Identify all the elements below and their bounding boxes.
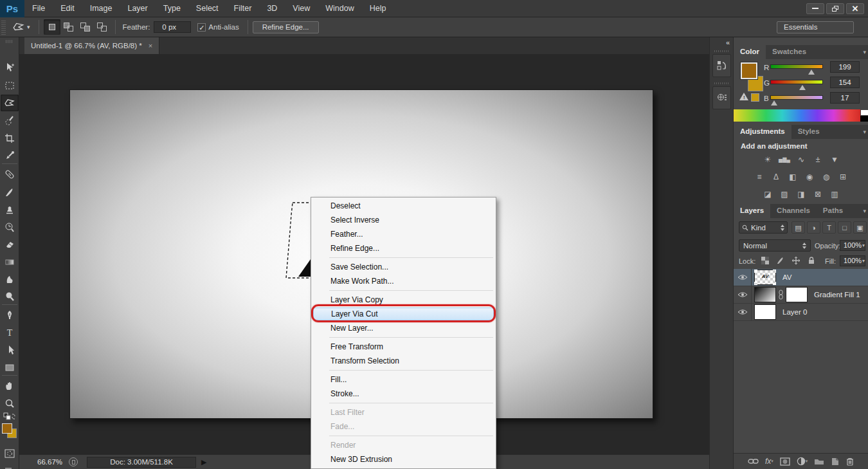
visibility-toggle[interactable] bbox=[734, 269, 752, 286]
red-value-field[interactable]: 199 bbox=[830, 61, 860, 73]
pen-tool[interactable] bbox=[1, 307, 19, 324]
panel-menu-icon[interactable]: ▾ bbox=[863, 204, 868, 218]
hand-tool[interactable] bbox=[1, 378, 19, 394]
tab-paths[interactable]: Paths bbox=[817, 204, 849, 218]
panel-menu-icon[interactable]: ▾ bbox=[863, 125, 868, 139]
new-layer-button[interactable] bbox=[831, 457, 839, 466]
rectangle-tool[interactable] bbox=[1, 359, 19, 376]
add-layer-mask-button[interactable] bbox=[780, 457, 790, 466]
posterize-icon[interactable]: ▨ bbox=[778, 189, 791, 200]
color-balance-icon[interactable]: Δ bbox=[770, 172, 782, 183]
threshold-icon[interactable]: ◨ bbox=[795, 189, 808, 200]
document-tab[interactable]: Untitled-1 @ 66.7% (AV, RGB/8) * × bbox=[24, 37, 159, 54]
layer-name[interactable]: Layer 0 bbox=[782, 308, 807, 316]
smudge-tool[interactable] bbox=[1, 271, 19, 288]
curves-icon[interactable]: ∿ bbox=[795, 154, 808, 165]
crop-tool[interactable] bbox=[1, 130, 19, 147]
menu-3d[interactable]: 3D bbox=[259, 0, 285, 17]
zoom-tool[interactable] bbox=[1, 395, 19, 412]
dodge-tool[interactable] bbox=[1, 288, 19, 305]
polygonal-lasso-tool[interactable] bbox=[1, 95, 19, 111]
menu-image[interactable]: Image bbox=[82, 0, 120, 17]
visibility-toggle[interactable] bbox=[734, 286, 752, 304]
tab-layers[interactable]: Layers bbox=[734, 204, 770, 218]
menu-item-free-transform[interactable]: Free Transform bbox=[311, 340, 496, 354]
menu-item-refine-edge[interactable]: Refine Edge... bbox=[311, 241, 496, 255]
add-to-selection-button[interactable] bbox=[60, 19, 77, 35]
layer-row-av[interactable]: AV AV bbox=[734, 269, 868, 286]
blue-value-field[interactable]: 17 bbox=[830, 92, 860, 104]
blue-slider-thumb[interactable] bbox=[771, 100, 777, 106]
exposure-icon[interactable]: ± bbox=[811, 154, 824, 165]
intersect-selection-button[interactable] bbox=[94, 19, 111, 35]
layer-name[interactable]: Gradient Fill 1 bbox=[814, 291, 860, 299]
new-selection-button[interactable] bbox=[44, 19, 60, 35]
minimize-button[interactable] bbox=[806, 3, 824, 14]
fill-field[interactable]: 100% bbox=[840, 255, 865, 266]
toolbar-grip[interactable] bbox=[6, 40, 14, 43]
quick-mask-button[interactable] bbox=[1, 445, 19, 462]
tab-adjustments[interactable]: Adjustments bbox=[734, 125, 791, 139]
invert-icon[interactable]: ◪ bbox=[761, 189, 774, 200]
selective-color-icon[interactable]: ▥ bbox=[828, 189, 841, 200]
hue-saturation-icon[interactable]: ≡ bbox=[753, 172, 766, 183]
layer-mask-thumbnail[interactable] bbox=[786, 287, 808, 302]
foreground-color-swatch[interactable] bbox=[741, 62, 757, 79]
lock-transparency-icon[interactable] bbox=[761, 256, 770, 265]
layer-thumbnail[interactable] bbox=[754, 304, 776, 320]
menu-item-layer-via-copy[interactable]: Layer Via Copy bbox=[311, 293, 496, 307]
foreground-color-swatch[interactable] bbox=[2, 423, 12, 434]
channel-mixer-icon[interactable]: ◍ bbox=[820, 172, 833, 183]
red-slider-track[interactable] bbox=[770, 64, 823, 69]
document-size-info[interactable]: Doc: 3.00M/511.8K bbox=[87, 457, 196, 468]
tab-swatches[interactable]: Swatches bbox=[766, 45, 813, 59]
tab-styles[interactable]: Styles bbox=[791, 125, 826, 139]
blue-slider-track[interactable] bbox=[770, 95, 823, 100]
red-slider-thumb[interactable] bbox=[808, 69, 815, 75]
layer-row-gradient-fill[interactable]: Gradient Fill 1 bbox=[734, 286, 868, 304]
screen-mode-button[interactable] bbox=[1, 463, 19, 469]
subtract-from-selection-button[interactable] bbox=[77, 19, 94, 35]
swap-colors-button[interactable] bbox=[1, 412, 19, 422]
menu-edit[interactable]: Edit bbox=[53, 0, 82, 17]
gradient-map-icon[interactable]: ⊠ bbox=[811, 189, 824, 200]
green-slider-thumb[interactable] bbox=[799, 85, 806, 90]
foreground-background-swatches[interactable] bbox=[2, 423, 19, 440]
layer-thumbnail[interactable]: AV bbox=[754, 270, 776, 285]
history-brush-tool[interactable] bbox=[1, 219, 19, 235]
filter-adjustment-layers-button[interactable]: ◑ bbox=[807, 221, 820, 234]
tab-close-icon[interactable]: × bbox=[149, 42, 152, 50]
filter-type-layers-button[interactable]: T bbox=[822, 221, 836, 234]
link-layers-button[interactable] bbox=[748, 458, 759, 464]
tab-color[interactable]: Color bbox=[734, 45, 766, 59]
menu-item-transform-selection[interactable]: Transform Selection bbox=[311, 354, 496, 368]
filter-pixel-layers-button[interactable]: ▤ bbox=[791, 221, 805, 234]
menu-help[interactable]: Help bbox=[362, 0, 394, 17]
layer-name[interactable]: AV bbox=[782, 273, 792, 281]
menu-item-new-3d-extrusion[interactable]: New 3D Extrusion bbox=[311, 452, 496, 466]
menu-type[interactable]: Type bbox=[156, 0, 188, 17]
black-white-icon[interactable]: ◧ bbox=[786, 172, 799, 183]
brush-tool[interactable] bbox=[1, 184, 19, 201]
layer-style-button[interactable]: fx▾ bbox=[765, 457, 773, 466]
opacity-field[interactable]: 100% bbox=[840, 240, 865, 251]
filter-smart-objects-button[interactable]: ▣ bbox=[853, 221, 867, 234]
lock-position-icon[interactable] bbox=[791, 256, 800, 265]
gamut-color-swatch[interactable] bbox=[751, 93, 759, 102]
menu-window[interactable]: Window bbox=[318, 0, 361, 17]
spot-healing-brush-tool[interactable] bbox=[1, 166, 19, 183]
menu-item-save-selection[interactable]: Save Selection... bbox=[311, 260, 496, 274]
black-swatch[interactable] bbox=[860, 116, 868, 122]
eyedropper-tool[interactable] bbox=[1, 147, 19, 164]
menu-view[interactable]: View bbox=[285, 0, 318, 17]
close-button[interactable]: ✕ bbox=[846, 3, 864, 14]
menu-filter[interactable]: Filter bbox=[226, 0, 260, 17]
quick-selection-tool[interactable] bbox=[1, 113, 19, 129]
chevron-down-icon[interactable]: ▾ bbox=[862, 258, 865, 264]
menu-item-select-inverse[interactable]: Select Inverse bbox=[311, 213, 496, 227]
gamut-warning-icon[interactable]: ! bbox=[739, 93, 748, 100]
lock-pixels-icon[interactable] bbox=[776, 256, 785, 265]
color-spectrum-ramp[interactable] bbox=[734, 109, 868, 122]
tool-preset-picker[interactable]: ▾ bbox=[8, 21, 34, 33]
options-bar-grip[interactable] bbox=[1, 19, 6, 35]
